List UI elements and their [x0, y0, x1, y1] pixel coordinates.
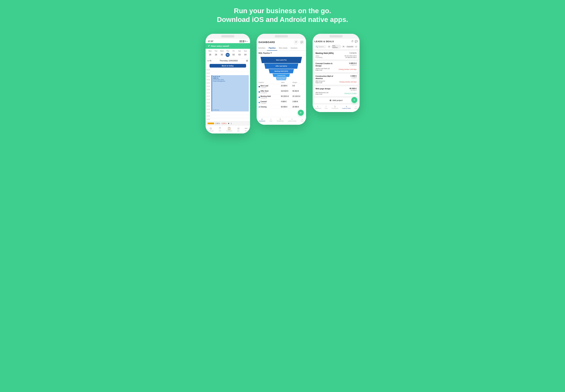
day-wed: Wed	[219, 50, 225, 52]
pipeline-label: MQL Pipeline	[259, 52, 270, 54]
row3-value: 50 220.5 €	[281, 95, 292, 97]
filter-chip-eye[interactable]: 👁	[342, 45, 345, 48]
nav-item-dashboard[interactable]: ⊟ Dashboard	[208, 127, 214, 131]
tab-pipeline[interactable]: Pipeline	[267, 46, 277, 51]
phone3-header-icons: ⏱ 💬	[351, 40, 358, 43]
table-row: Closing 50 000 € 20 000 €	[259, 105, 304, 109]
deal2-company: IBM Group Inc	[316, 80, 325, 82]
chat-icon-btn[interactable]: 💬	[300, 40, 304, 44]
timesheets2-icon: 📋	[279, 118, 281, 120]
timer3-icon[interactable]: ⏱	[351, 40, 354, 43]
date-28[interactable]: 28	[207, 53, 213, 57]
nav-item-more[interactable]: ••• More	[245, 127, 248, 131]
leads3-icon: ⊜	[346, 106, 347, 107]
deal3-company: IBM Electronics Ltd	[316, 92, 329, 93]
nav-label-filter: Filter	[237, 130, 240, 131]
date-02[interactable]: 02	[231, 53, 236, 57]
phone1-status-bar: 17:37 ▐ ▐ ▐ ✦ ⌁	[206, 39, 250, 43]
filter-chip-expected[interactable]: Expected	[346, 45, 354, 48]
row5-margin: 20 000 €	[292, 106, 304, 108]
phone1-nav: ⊟ Dashboard ⏱ Hour 📋 Timesheets ⊜ Filter	[206, 126, 250, 133]
tab-activities[interactable]: Activities	[257, 46, 267, 50]
time-row-1040: 10:40	[206, 112, 250, 115]
phone3-fab-button[interactable]: +	[351, 97, 357, 103]
nav3-more[interactable]: ••• More	[355, 106, 358, 110]
dashboard-icon: ⊟	[210, 127, 212, 130]
nav3-leads-label: Leads & Deals	[342, 108, 351, 109]
event-duration: 0 h 55 min	[213, 109, 219, 111]
pipeline-table: Pipeline Value Margin New Lead 1 project	[257, 81, 306, 109]
headline: Run your business on the go. Download iO…	[217, 7, 348, 24]
nav-item-hour[interactable]: ⏱ Hour	[219, 127, 221, 131]
phone2-fab-button[interactable]: +	[298, 110, 304, 116]
row5-value: 50 000 €	[281, 106, 292, 108]
search-icon: 🔍	[316, 46, 318, 48]
nav3-hour-label: Hour	[325, 108, 328, 109]
nav2-more[interactable]: ••• More	[301, 118, 304, 123]
section-value-label: Value	[316, 55, 319, 57]
time-event-block[interactable]: 09:45-10:40 ABB Inc Construction (432) P…	[211, 75, 249, 112]
deal3-closing: Closing in 23 days	[345, 93, 357, 94]
phone2-notch	[275, 35, 288, 37]
nav3-dashboard-label: Dashboard	[315, 108, 321, 109]
nav-item-timesheets[interactable]: 📋 Timesheets	[226, 127, 232, 131]
phone1-time: 17:37	[208, 40, 213, 42]
deal3-row2: IBM Electronics Ltd Palm Freil Closing i…	[316, 92, 357, 95]
date-04[interactable]: 04	[242, 53, 248, 57]
filter-chip-adjust[interactable]: ⊟	[328, 45, 331, 48]
tab-invoices[interactable]: Invoices	[289, 46, 299, 50]
deals-list: Meeting Held (40%) 3 projects Value 50 2…	[313, 49, 359, 104]
nav2-timesheets-label: Timesheets	[277, 120, 284, 122]
filter-chip-pipeline[interactable]: MQL Pipeline	[331, 45, 341, 49]
list-icon: ≡	[356, 46, 357, 47]
search-placeholder: Search...	[318, 46, 325, 48]
phone1-time-grid: 09:35 09:40 09:45 09:50 09:55 10:00 10:0…	[206, 69, 250, 121]
deal1-amount: 1 820.5 €	[349, 62, 357, 64]
back-to-today-button[interactable]: Back to today	[209, 64, 246, 68]
filter-chips: ⊟ MQL Pipeline 👁 Expected ≡	[328, 45, 358, 49]
pipeline-chip-label: MQL Pipeline	[332, 45, 340, 48]
nav3-hour[interactable]: ⏱ Hour	[325, 106, 328, 110]
row3-count: 3 projects	[261, 97, 271, 99]
nav-item-filter[interactable]: ⊜ Filter	[237, 127, 240, 131]
pipeline-filter-bar: MQL Pipeline ▾	[257, 51, 306, 56]
day-thu: Thu	[225, 50, 231, 52]
row2-value: 214 610 €	[281, 90, 292, 92]
search-input[interactable]: 🔍 Search...	[315, 45, 327, 48]
date-29[interactable]: 29	[213, 53, 219, 57]
nav3-leads-deals[interactable]: ⊜ Leads & Deals	[342, 106, 351, 110]
deal3-sub: 20 000 €	[350, 89, 357, 91]
row4-name: Commit	[261, 101, 267, 102]
chat3-icon[interactable]: 💬	[355, 40, 358, 43]
date-30[interactable]: 30	[219, 53, 225, 57]
phone3-title: LEADS & DEALS	[315, 40, 334, 43]
add-project-label: Add project	[332, 99, 343, 101]
phone1-footer: 2.50 h -5.00 h ▼ 1 ⊟ Dashboard ⏱ Hour	[206, 121, 250, 133]
tab-won-deals[interactable]: Won deals	[277, 46, 289, 50]
time-row-0935: 09:35	[206, 69, 250, 72]
phone2-tabs: Activities Pipeline Won deals Invoices	[257, 46, 306, 51]
timer-icon-btn[interactable]: ⏱	[294, 40, 298, 44]
phone3-notch	[330, 35, 343, 37]
plus-circle-icon: ⊕	[330, 99, 331, 102]
deal2-closing: Closing overdue 245 days	[339, 81, 357, 83]
nav3-timesheets[interactable]: 📋 Timesheets	[331, 106, 338, 110]
nav2-leads-deals[interactable]: ⊜ Leads & Deals	[288, 118, 297, 123]
phone2-header-icons: ⏱ 💬	[294, 40, 304, 44]
phones-row: 17:37 ▐ ▐ ▐ ✦ ⌁ ✔ Hour entry saved! Mon …	[206, 34, 359, 133]
date-03[interactable]: 03	[236, 53, 242, 57]
nav2-dashboard[interactable]: ⊟ Dashboard	[259, 118, 265, 123]
phone1-saved-banner: ✔ Hour entry saved!	[206, 43, 250, 49]
date-01-today[interactable]: 01	[226, 53, 230, 57]
filter-chip-list[interactable]: ≡	[355, 45, 358, 48]
expected-label: Expected	[347, 46, 353, 47]
row3-margin: 23 119.5 €	[292, 95, 304, 97]
nav2-timesheets[interactable]: 📋 Timesheets	[277, 118, 284, 123]
phone-time-tracking: 17:37 ▐ ▐ ▐ ✦ ⌁ ✔ Hour entry saved! Mon …	[206, 34, 250, 133]
day-sun: Sun	[242, 50, 248, 52]
nav3-dashboard[interactable]: ⊟ Dashboard	[315, 106, 321, 110]
nav2-hour[interactable]: ⏱ Hour	[270, 118, 272, 123]
phone1-day-labels: Mon Tue Wed Thu Fri Sat Sun	[207, 49, 248, 53]
total-hours: 2.50 h	[215, 123, 220, 125]
phone1-notch	[221, 35, 234, 37]
